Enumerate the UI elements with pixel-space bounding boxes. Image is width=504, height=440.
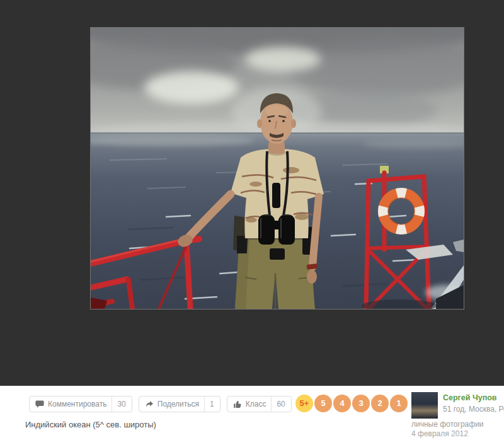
comment-bubble-icon — [35, 400, 44, 408]
photo[interactable] — [91, 28, 464, 309]
photo-viewer-page: Комментировать 30 Поделиться 1 Класс 60 … — [0, 0, 504, 440]
rating-circle-5[interactable]: 5 — [314, 395, 332, 412]
photo-stage — [0, 0, 504, 386]
share-count: 1 — [204, 396, 214, 412]
class-button-label: Класс — [246, 400, 272, 408]
thumb-up-icon — [233, 400, 242, 408]
rating-circle-1[interactable]: 1 — [390, 395, 408, 412]
album-link[interactable]: личные фотографии — [411, 420, 484, 429]
rating-circle-4[interactable]: 4 — [333, 395, 351, 412]
author-name-link[interactable]: Сергей Чупов — [443, 393, 497, 402]
comment-button[interactable]: Комментировать 30 — [29, 396, 132, 412]
rating-circle-2[interactable]: 2 — [371, 395, 389, 412]
class-count: 60 — [271, 396, 285, 412]
rating-circles: 5+ 5 4 3 2 1 — [295, 395, 408, 412]
class-like-button[interactable]: Класс 60 — [227, 396, 292, 412]
share-button[interactable]: Поделиться 1 — [139, 396, 220, 412]
share-arrow-icon — [145, 400, 154, 408]
rating-circle-5plus[interactable]: 5+ — [295, 395, 313, 412]
author-details: 51 год, Москва, Россия — [443, 405, 504, 414]
share-button-label: Поделиться — [158, 400, 204, 408]
author-avatar[interactable] — [411, 392, 438, 419]
info-bar: Комментировать 30 Поделиться 1 Класс 60 … — [0, 386, 504, 440]
actions-row: Комментировать 30 Поделиться 1 Класс 60 — [29, 396, 292, 412]
comment-count: 30 — [112, 396, 125, 412]
photo-caption: Индийский океан (5^ сев. широты) — [25, 420, 156, 429]
rating-circle-3[interactable]: 3 — [352, 395, 370, 412]
photo-illustration — [91, 28, 464, 309]
comment-button-label: Комментировать — [48, 400, 112, 408]
photo-date: 4 февраля 2012 — [411, 429, 468, 438]
